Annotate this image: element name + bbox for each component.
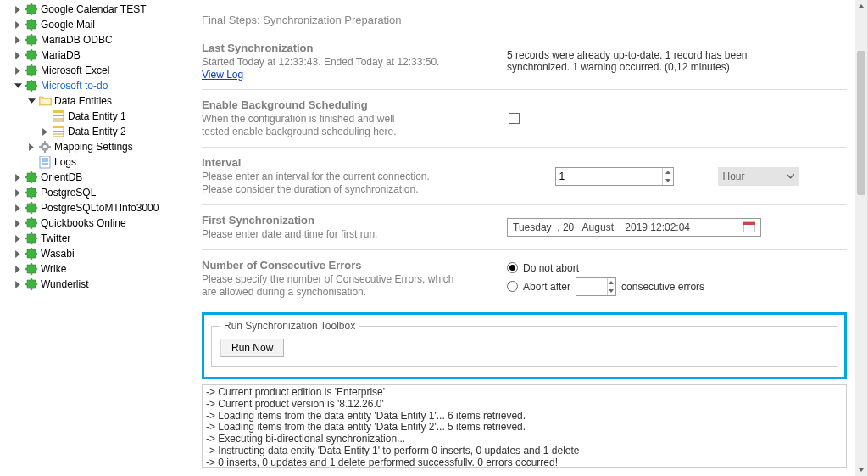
log-line: -> 0 inserts, 0 updates and 1 delete per… <box>206 457 843 468</box>
puzzle-icon <box>25 201 38 215</box>
errors-title: Number of Consecutive Errors <box>202 259 490 272</box>
puzzle-icon <box>25 33 38 47</box>
first-sync-desc: Please enter date and time for first run… <box>202 228 490 241</box>
tree-item-logs[interactable]: Logs <box>0 154 181 170</box>
caret-right-icon[interactable] <box>14 5 23 14</box>
last-sync-title: Last Synchronization <box>202 42 490 54</box>
interval-stepper[interactable] <box>555 167 674 186</box>
caret-right-icon[interactable] <box>14 219 23 228</box>
table-icon <box>52 109 65 123</box>
tree-item-mapping-settings[interactable]: Mapping Settings <box>0 139 181 154</box>
caret-right-icon[interactable] <box>14 51 23 60</box>
tree-item-label: Twitter <box>41 231 70 246</box>
connections-tree[interactable]: Google Calendar TESTGoogle MailMariaDB O… <box>0 0 181 476</box>
caret-down-icon[interactable] <box>14 81 23 91</box>
table-icon <box>52 125 65 138</box>
abort-after-input[interactable] <box>576 278 607 295</box>
tree-item-google-mail[interactable]: Google Mail <box>0 17 181 32</box>
tree-item-mariadb[interactable]: MariaDB <box>0 48 181 63</box>
puzzle-icon <box>25 247 38 260</box>
run-toolbox-fieldset: Run Synchronization Toolbox Run Now <box>211 320 837 367</box>
interval-unit-select[interactable]: Hour <box>718 167 799 186</box>
sync-log-output[interactable]: -> Current product edition is 'Enterpris… <box>202 384 847 468</box>
caret-right-icon[interactable] <box>14 36 23 45</box>
caret-right-icon[interactable] <box>14 66 23 76</box>
tree-item-mariadb-odbc[interactable]: MariaDB ODBC <box>0 32 181 48</box>
log-line: -> Loading items from the data entity 'D… <box>206 411 843 423</box>
stepper-down-icon[interactable] <box>663 176 673 185</box>
caret-none <box>27 158 36 167</box>
caret-right-icon[interactable] <box>14 249 23 259</box>
interval-desc1: Please enter an interval for the current… <box>202 171 490 183</box>
tree-item-label: Data Entity 2 <box>68 124 126 139</box>
bg-sched-desc: When the configuration is finished and w… <box>202 113 422 138</box>
caret-right-icon[interactable] <box>14 280 23 289</box>
stepper-down-icon[interactable] <box>608 287 615 295</box>
puzzle-icon <box>25 3 38 16</box>
last-sync-desc: Started Today at 12:33:43. Ended Today a… <box>202 56 490 69</box>
tree-item-microsoft-excel[interactable]: Microsoft Excel <box>0 63 181 78</box>
caret-right-icon[interactable] <box>14 204 23 213</box>
puzzle-icon <box>25 232 38 245</box>
puzzle-icon <box>25 64 38 77</box>
puzzle-icon <box>25 48 38 62</box>
tree-item-postgresqltomtinfo3000[interactable]: PostgreSQLtoMTInfo3000 <box>0 200 181 216</box>
tree-item-postgresql[interactable]: PostgreSQL <box>0 185 181 200</box>
run-now-button[interactable]: Run Now <box>220 339 284 357</box>
caret-right-icon[interactable] <box>14 265 23 274</box>
caret-right-icon[interactable] <box>14 20 23 30</box>
bg-sched-title: Enable Background Scheduling <box>202 98 490 111</box>
radio-do-not-abort[interactable] <box>507 262 518 273</box>
tree-item-label: Wrike <box>41 261 66 277</box>
scroll-down-icon[interactable] <box>855 464 867 476</box>
interval-unit-label: Hour <box>723 171 745 182</box>
caret-right-icon[interactable] <box>14 173 23 182</box>
wizard-step-title: Final Steps: Synchronization Preparation <box>202 14 847 26</box>
tree-item-label: Mapping Settings <box>54 139 133 154</box>
tree-item-wrike[interactable]: Wrike <box>0 261 181 277</box>
tree-item-quickbooks-online[interactable]: Quickbooks Online <box>0 216 181 231</box>
last-sync-status: 5 records were already up-to-date. 1 rec… <box>507 49 778 73</box>
interval-input[interactable] <box>556 168 662 185</box>
tree-item-wunderlist[interactable]: Wunderlist <box>0 277 181 292</box>
tree-item-label: Logs <box>54 154 76 170</box>
tree-item-label: PostgreSQL <box>41 185 96 200</box>
stepper-up-icon[interactable] <box>663 168 673 176</box>
calendar-icon[interactable] <box>743 221 755 235</box>
caret-none <box>41 112 50 121</box>
tree-item-orientdb[interactable]: OrientDB <box>0 170 181 185</box>
abort-after-stepper[interactable] <box>576 277 616 296</box>
tree-item-data-entity-1[interactable]: Data Entity 1 <box>0 109 181 124</box>
tree-item-label: Data Entity 1 <box>68 109 126 124</box>
scrollbar-thumb[interactable] <box>857 51 865 195</box>
log-icon <box>38 155 52 169</box>
tree-item-data-entity-2[interactable]: Data Entity 2 <box>0 124 181 139</box>
radio-do-not-abort-label: Do not abort <box>523 262 579 274</box>
radio-abort-after[interactable] <box>507 281 518 292</box>
caret-right-icon[interactable] <box>41 127 50 137</box>
section-last-sync: Last Synchronization Started Today at 12… <box>202 42 847 89</box>
scroll-up-icon[interactable] <box>855 0 867 12</box>
puzzle-icon <box>25 216 38 230</box>
caret-right-icon[interactable] <box>14 188 23 198</box>
interval-desc2: Please consider the duration of synchron… <box>202 183 490 196</box>
tree-item-google-calendar-test[interactable]: Google Calendar TEST <box>0 2 181 17</box>
puzzle-icon <box>25 171 38 184</box>
caret-right-icon[interactable] <box>27 143 36 152</box>
main-scrollbar[interactable] <box>855 0 867 476</box>
caret-down-icon[interactable] <box>27 97 36 106</box>
first-sync-datetime[interactable]: Tuesday , 20 August 2019 12:02:04 <box>507 218 761 237</box>
gear-icon <box>38 140 52 154</box>
tree-item-label: OrientDB <box>41 170 82 185</box>
view-log-link[interactable]: View Log <box>202 69 243 81</box>
bg-sched-checkbox[interactable] <box>509 113 520 124</box>
tree-item-twitter[interactable]: Twitter <box>0 231 181 246</box>
tree-item-microsoft-to-do[interactable]: Microsoft to-do <box>0 78 181 93</box>
stepper-up-icon[interactable] <box>608 278 615 287</box>
tree-item-label: PostgreSQLtoMTInfo3000 <box>41 200 159 216</box>
tree-item-data-entities[interactable]: Data Entities <box>0 93 181 109</box>
puzzle-icon <box>25 262 38 276</box>
caret-right-icon[interactable] <box>14 234 23 244</box>
log-line: -> Loading items from the data entity 'D… <box>206 422 843 434</box>
tree-item-wasabi[interactable]: Wasabi <box>0 246 181 261</box>
